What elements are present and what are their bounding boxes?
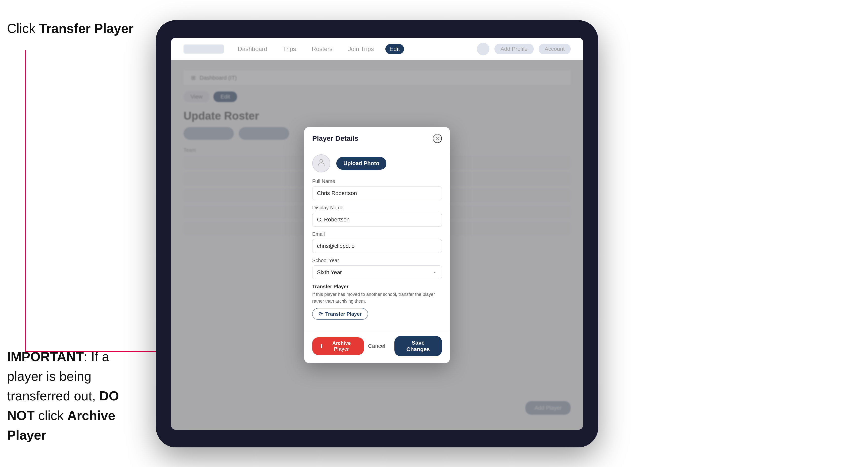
email-label: Email (312, 231, 442, 237)
instruction-emphasis: Transfer Player (39, 21, 133, 36)
email-input[interactable] (312, 239, 442, 253)
cancel-button[interactable]: Cancel (364, 340, 389, 352)
avatar-section: Upload Photo (312, 154, 442, 173)
nav-item-dashboard[interactable]: Dashboard (234, 44, 271, 54)
transfer-player-label: Transfer Player (312, 284, 442, 289)
instruction-part4: click (35, 408, 67, 423)
modal-title: Player Details (312, 134, 359, 143)
header-account-btn[interactable]: Account (539, 44, 571, 54)
transfer-player-section: Transfer Player If this player has moved… (312, 284, 442, 320)
nav-items: Dashboard Trips Rosters Join Trips Edit (234, 44, 467, 54)
header-avatar (477, 43, 489, 55)
person-icon (317, 158, 326, 169)
full-name-input[interactable] (312, 186, 442, 200)
nav-item-trips[interactable]: Trips (279, 44, 300, 54)
display-name-label: Display Name (312, 205, 442, 211)
tablet-device: Dashboard Trips Rosters Join Trips Edit … (156, 20, 598, 447)
archive-label: Archive Player (326, 340, 357, 352)
annotation-line-vertical (25, 50, 26, 352)
header-settings-btn[interactable]: Add Profile (494, 44, 534, 54)
full-name-label: Full Name (312, 179, 442, 184)
school-year-label: School Year (312, 258, 442, 263)
full-name-group: Full Name (312, 179, 442, 200)
player-avatar (312, 154, 330, 173)
transfer-btn-label: Transfer Player (325, 311, 362, 317)
display-name-group: Display Name (312, 205, 442, 227)
instruction-important: IMPORTANT (7, 349, 84, 364)
transfer-player-button[interactable]: ⟳ Transfer Player (312, 308, 368, 320)
modal-footer: ⬆ Archive Player Cancel Save Changes (304, 331, 450, 363)
nav-item-jointrips[interactable]: Join Trips (344, 44, 378, 54)
display-name-input[interactable] (312, 213, 442, 227)
modal-overlay: Player Details × (171, 60, 583, 430)
archive-icon: ⬆ (319, 343, 323, 349)
footer-right-buttons: Cancel Save Changes (364, 336, 442, 356)
email-group: Email (312, 231, 442, 253)
instruction-top: Click Transfer Player (7, 20, 133, 37)
save-changes-button[interactable]: Save Changes (395, 336, 442, 356)
instruction-prefix: Click (7, 21, 39, 36)
player-details-modal: Player Details × (304, 127, 450, 363)
modal-header: Player Details × (304, 127, 450, 148)
school-year-select[interactable]: First Year Second Year Third Year Fourth… (312, 266, 442, 279)
nav-item-rosters[interactable]: Rosters (308, 44, 337, 54)
transfer-icon: ⟳ (318, 311, 323, 317)
modal-close-button[interactable]: × (433, 134, 442, 143)
instruction-bottom: IMPORTANT: If a player is being transfer… (7, 347, 138, 445)
upload-photo-button[interactable]: Upload Photo (336, 157, 386, 170)
tablet-screen: Dashboard Trips Rosters Join Trips Edit … (171, 38, 583, 430)
app-header: Dashboard Trips Rosters Join Trips Edit … (171, 38, 583, 60)
archive-player-button[interactable]: ⬆ Archive Player (312, 337, 364, 355)
transfer-player-desc: If this player has moved to another scho… (312, 291, 442, 305)
app-logo (184, 44, 224, 54)
school-year-group: School Year First Year Second Year Third… (312, 258, 442, 279)
svg-point-0 (320, 159, 323, 162)
header-right: Add Profile Account (477, 43, 570, 55)
app-content: ⊞ Dashboard (IT) View Edit Update Roster… (171, 60, 583, 430)
nav-item-edit[interactable]: Edit (385, 44, 404, 54)
modal-body: Upload Photo Full Name Display Name (304, 148, 450, 331)
